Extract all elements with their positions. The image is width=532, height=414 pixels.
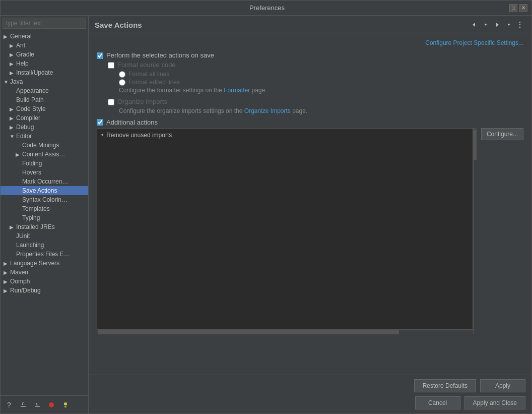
- vertical-scrollbar[interactable]: [473, 128, 477, 334]
- title-bar: Preferences □ ✕: [1, 1, 531, 16]
- sidebar-item-code-style[interactable]: ▶ Code Style: [1, 104, 88, 113]
- sidebar-item-compiler[interactable]: ▶ Compiler: [1, 113, 88, 123]
- expand-arrow: ▼: [4, 79, 9, 85]
- sidebar-item-label: Gradle: [16, 51, 34, 58]
- format-radio-group: Format all lines Format edited lines: [97, 71, 523, 86]
- sidebar-item-syntax-coloring[interactable]: Syntax Colorin…: [1, 195, 88, 204]
- sidebar-item-content-assist[interactable]: ▶ Content Assis…: [1, 150, 88, 159]
- sidebar-item-appearance[interactable]: Appearance: [1, 86, 88, 95]
- tree: ▶ General ▶ Ant ▶ Gradle ▶ Help: [1, 31, 88, 395]
- sidebar-item-launching[interactable]: Launching: [1, 241, 88, 250]
- sidebar-item-templates[interactable]: Templates: [1, 204, 88, 213]
- content-header: Save Actions: [89, 16, 531, 33]
- configure-project-link[interactable]: Configure Project Specific Settings...: [97, 39, 523, 46]
- sidebar-item-help[interactable]: ▶ Help: [1, 59, 88, 68]
- sidebar-item-gradle[interactable]: ▶ Gradle: [1, 50, 88, 59]
- sidebar-item-build-path[interactable]: Build Path: [1, 95, 88, 104]
- export-button[interactable]: [32, 399, 43, 410]
- sidebar-item-label: Syntax Colorin…: [22, 196, 68, 203]
- apply-close-button[interactable]: Apply and Close: [464, 396, 525, 409]
- restore-defaults-button[interactable]: Restore Defaults: [414, 379, 476, 392]
- sidebar-item-oomph[interactable]: ▶ Oomph: [1, 277, 88, 286]
- apply-button[interactable]: Apply: [480, 379, 525, 392]
- sidebar-item-label: Help: [16, 60, 29, 67]
- back-button[interactable]: [468, 20, 480, 30]
- sidebar-item-label: Compiler: [16, 114, 40, 122]
- cancel-button[interactable]: Cancel: [415, 396, 460, 409]
- menu-button[interactable]: [514, 20, 525, 29]
- sidebar-item-label: General: [10, 33, 32, 40]
- sidebar-item-ant[interactable]: ▶ Ant: [1, 41, 88, 50]
- expand-arrow: ▼: [10, 134, 15, 139]
- sidebar-item-editor[interactable]: ▼ Editor: [1, 132, 88, 141]
- sidebar-item-label: Java: [10, 78, 23, 85]
- expand-arrow: ▶: [4, 34, 9, 39]
- header-controls: [468, 20, 525, 30]
- sidebar-item-save-actions[interactable]: Save Actions: [1, 186, 88, 195]
- sidebar-item-junit[interactable]: JUnit: [1, 231, 88, 241]
- expand-arrow: ▶: [10, 106, 15, 112]
- sidebar-item-code-minings[interactable]: Code Minings: [1, 141, 88, 150]
- svg-point-0: [49, 402, 54, 407]
- svg-point-5: [519, 24, 520, 25]
- format-source-code-checkbox[interactable]: [108, 62, 114, 69]
- sidebar-item-properties-files[interactable]: Properties Files E…: [1, 250, 88, 259]
- sidebar-item-hovers[interactable]: Hovers: [1, 168, 88, 177]
- close-button[interactable]: ✕: [519, 4, 527, 12]
- organize-imports-label[interactable]: Organize imports: [117, 98, 167, 105]
- preferences-window: Preferences □ ✕ ▶ General ▶ Ant: [0, 0, 532, 414]
- expand-arrow: ▶: [10, 61, 15, 67]
- sidebar-item-label: Save Actions: [22, 187, 57, 194]
- minimize-button[interactable]: □: [509, 4, 517, 12]
- sidebar-item-label: JUnit: [16, 232, 30, 240]
- actions-list: Remove unused imports: [97, 128, 473, 330]
- forward-dropdown-button[interactable]: [504, 21, 513, 28]
- footer-row1: Restore Defaults Apply: [95, 379, 525, 392]
- forward-button[interactable]: [491, 20, 503, 30]
- page-title: Save Actions: [95, 21, 142, 29]
- record-button[interactable]: [46, 399, 57, 410]
- expand-arrow: ▶: [10, 224, 15, 230]
- sidebar-item-label: Installed JREs: [16, 223, 55, 230]
- format-source-code-label[interactable]: Format source code: [117, 61, 176, 69]
- sidebar-item-mark-occurrences[interactable]: Mark Occurren…: [1, 177, 88, 186]
- sidebar-item-install-update[interactable]: ▶ Install/Update: [1, 68, 88, 77]
- window-title: Preferences: [25, 4, 509, 12]
- sidebar-item-label: Appearance: [16, 87, 49, 94]
- sidebar-item-label: Mark Occurren…: [22, 178, 68, 185]
- back-dropdown-button[interactable]: [481, 21, 490, 28]
- additional-actions-checkbox[interactable]: [97, 119, 103, 126]
- configure-button[interactable]: Configure...: [481, 128, 523, 140]
- sidebar-item-label: Launching: [16, 242, 44, 249]
- horizontal-scrollbar[interactable]: [97, 330, 473, 334]
- sidebar-item-installed-jres[interactable]: ▶ Installed JREs: [1, 222, 88, 231]
- sidebar-item-run-debug[interactable]: ▶ Run/Debug: [1, 286, 88, 295]
- format-edited-lines-label[interactable]: Format edited lines: [128, 79, 180, 86]
- help-button[interactable]: ?: [4, 399, 15, 410]
- import-button[interactable]: [18, 399, 29, 410]
- filter-input[interactable]: [3, 18, 86, 29]
- sidebar-item-debug[interactable]: ▶ Debug: [1, 123, 88, 132]
- vscroll-thumb: [474, 130, 477, 160]
- formatter-link[interactable]: Formatter: [224, 87, 250, 94]
- perform-on-save-label[interactable]: Perform the selected actions on save: [106, 51, 214, 59]
- organize-imports-checkbox[interactable]: [108, 99, 114, 105]
- sidebar-item-maven[interactable]: ▶ Maven: [1, 268, 88, 277]
- sidebar-item-java[interactable]: ▼ Java: [1, 77, 88, 86]
- sidebar-item-folding[interactable]: Folding: [1, 159, 88, 168]
- bulb-button[interactable]: [60, 399, 71, 410]
- footer: Restore Defaults Apply Cancel Apply and …: [89, 375, 531, 413]
- organize-info-suffix: page.: [291, 107, 307, 114]
- format-edited-lines-radio[interactable]: [119, 79, 125, 86]
- sidebar-item-language-servers[interactable]: ▶ Language Servers: [1, 259, 88, 268]
- organize-imports-link[interactable]: Organize Imports: [244, 107, 291, 114]
- sidebar-item-general[interactable]: ▶ General: [1, 32, 88, 41]
- action-item-remove-unused-imports: Remove unused imports: [97, 131, 473, 140]
- format-all-lines-radio[interactable]: [119, 71, 125, 78]
- sidebar-item-label: Install/Update: [16, 69, 53, 76]
- perform-on-save-checkbox[interactable]: [97, 52, 103, 59]
- additional-actions-label[interactable]: Additional actions: [106, 119, 158, 126]
- sidebar-item-typing[interactable]: Typing: [1, 213, 88, 222]
- svg-rect-2: [64, 406, 66, 407]
- format-all-lines-label[interactable]: Format all lines: [128, 71, 169, 78]
